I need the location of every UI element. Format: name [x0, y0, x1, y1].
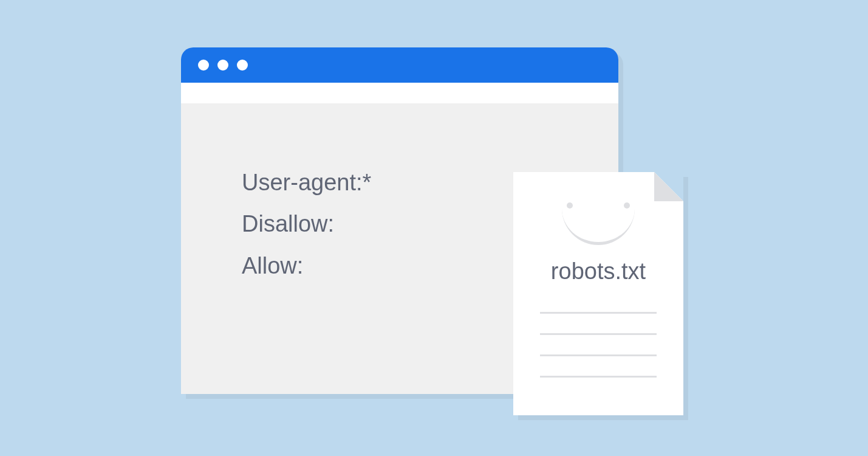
file-content-lines — [540, 312, 657, 378]
file-line — [540, 354, 657, 356]
smiley-face-icon — [556, 202, 641, 239]
eye-icon — [567, 202, 573, 209]
file-title: robots.txt — [513, 258, 683, 285]
eye-icon — [624, 202, 630, 209]
window-control-dot — [217, 60, 228, 71]
file-corner-fold-icon — [654, 172, 683, 201]
file-line — [540, 312, 657, 314]
file-document: robots.txt — [513, 172, 683, 415]
browser-titlebar — [181, 47, 618, 83]
browser-toolbar — [181, 83, 618, 103]
window-control-dot — [237, 60, 248, 71]
window-control-dot — [198, 60, 209, 71]
file-line — [540, 376, 657, 378]
file-line — [540, 333, 657, 335]
smile-icon — [562, 209, 635, 245]
